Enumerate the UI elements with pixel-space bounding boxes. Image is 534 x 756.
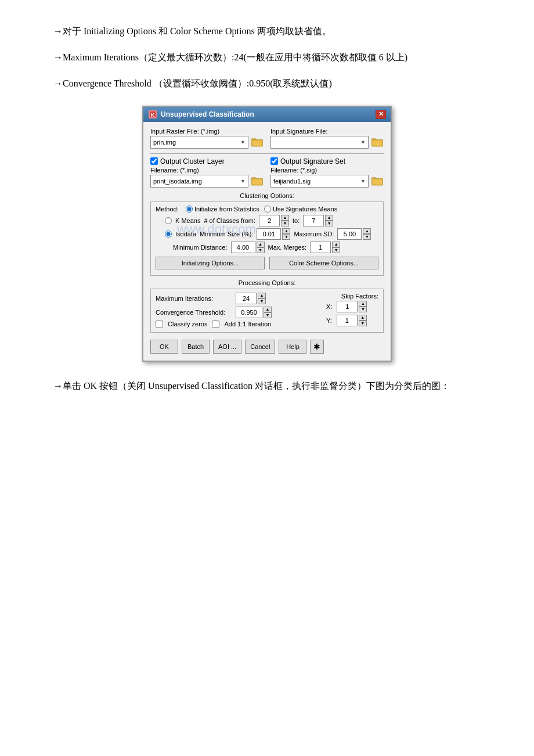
kmeans-from-spinner[interactable]: ▲ ▼: [259, 215, 289, 226]
output-sig-checkbox[interactable]: [270, 157, 278, 165]
input-signature-folder-icon[interactable]: [371, 136, 384, 149]
help-button[interactable]: Help: [279, 340, 306, 354]
kmeans-to-input[interactable]: [303, 215, 324, 226]
isodata-min-size-input[interactable]: [257, 228, 281, 240]
kmeans-to-spin-up[interactable]: ▲: [325, 215, 333, 221]
kmeans-from-spin-down[interactable]: ▼: [281, 221, 289, 226]
skip-x-spinner[interactable]: ▲ ▼: [337, 301, 367, 312]
max-iter-spinner-btns[interactable]: ▲ ▼: [258, 293, 266, 304]
output-cluster-field-row: print_isodata.img ▼: [150, 175, 264, 188]
skip-y-input[interactable]: [337, 315, 358, 326]
isodata-min-dist-spinner[interactable]: ▲ ▼: [231, 242, 265, 253]
skip-x-spinner-btns[interactable]: ▲ ▼: [359, 301, 367, 312]
output-cluster-value: print_isodata.img: [153, 178, 202, 185]
max-iter-spinner[interactable]: ▲ ▼: [236, 293, 266, 304]
conv-thresh-input[interactable]: [236, 307, 262, 318]
color-scheme-options-button[interactable]: Color Scheme Options...: [269, 257, 378, 269]
input-raster-dropdown[interactable]: prin.img ▼: [150, 136, 248, 149]
add-iteration-checkbox[interactable]: [212, 321, 219, 328]
output-cluster-checkbox[interactable]: [150, 157, 158, 165]
output-cluster-col: Output Cluster Layer Filename: (*.img) p…: [150, 157, 264, 188]
radio-use-sig-input[interactable]: [264, 206, 271, 213]
kmeans-from-spin-up[interactable]: ▲: [281, 215, 289, 221]
isodata-min-size-spin-down[interactable]: ▼: [282, 234, 290, 240]
isodata-min-dist-spin-up[interactable]: ▲: [257, 242, 265, 247]
isodata-max-sd-input[interactable]: [337, 228, 362, 240]
isodata-row: Isodata Minimum Size (%): ▲ ▼ Maximum SD…: [156, 228, 378, 240]
isodata-max-merges-spinner[interactable]: ▲ ▼: [310, 242, 340, 253]
max-iter-input[interactable]: [236, 293, 257, 304]
batch-button[interactable]: Batch: [182, 340, 210, 354]
page-content: →对于 Initializing Options 和 Color Scheme …: [35, 23, 499, 394]
skip-factors-col: Skip Factors: X: ▲ ▼: [320, 293, 378, 329]
isodata-max-sd-spin-up[interactable]: ▲: [363, 228, 371, 234]
isodata-max-sd-spinner-btns[interactable]: ▲ ▼: [363, 228, 371, 240]
radio-use-sig[interactable]: Use Signatures Means: [264, 206, 337, 213]
dialog-titlebar: K Unsupervised Classification ✕: [143, 107, 391, 122]
skip-y-spin-down[interactable]: ▼: [359, 321, 367, 326]
isodata-max-merges-spin-down[interactable]: ▼: [332, 247, 340, 253]
input-signature-arrow: ▼: [360, 139, 366, 145]
isodata-max-sd-spin-down[interactable]: ▼: [363, 234, 371, 240]
max-iter-spin-down[interactable]: ▼: [258, 298, 266, 304]
conv-thresh-spin-up[interactable]: ▲: [264, 307, 272, 312]
output-cluster-filename-label: Filename: (*.img): [150, 167, 264, 174]
conv-thresh-spinner[interactable]: ▲ ▼: [236, 307, 272, 318]
asterisk-button[interactable]: ✱: [310, 340, 324, 354]
output-cluster-arrow: ▼: [240, 178, 246, 184]
isodata-max-merges-input[interactable]: [310, 242, 331, 253]
aoi-button[interactable]: AOI ...: [213, 340, 241, 354]
kmeans-to-spin-down[interactable]: ▼: [325, 221, 333, 226]
input-signature-label: Input Signature File:: [270, 128, 384, 135]
kmeans-to-spinner-btns[interactable]: ▲ ▼: [325, 215, 333, 226]
skip-x-spin-down[interactable]: ▼: [359, 307, 367, 312]
conv-thresh-spinner-btns[interactable]: ▲ ▼: [264, 307, 272, 318]
output-cluster-dropdown[interactable]: print_isodata.img ▼: [150, 175, 248, 188]
isodata-max-merges-spin-up[interactable]: ▲: [332, 242, 340, 247]
kmeans-from-input[interactable]: [259, 215, 280, 226]
skip-x-label: X:: [326, 303, 332, 310]
kmeans-radio[interactable]: [165, 217, 172, 224]
isodata-max-sd-spinner[interactable]: ▲ ▼: [337, 228, 371, 240]
cancel-button[interactable]: Cancel: [245, 340, 275, 354]
input-raster-folder-icon[interactable]: [251, 136, 264, 149]
skip-y-spin-up[interactable]: ▲: [359, 315, 367, 321]
isodata-radio[interactable]: [165, 231, 172, 237]
skip-y-spinner-btns[interactable]: ▲ ▼: [359, 315, 367, 326]
initializing-options-button[interactable]: Initializing Options...: [156, 257, 265, 269]
add-iteration-label: Add 1:1 Iteration: [224, 321, 271, 327]
input-signature-dropdown[interactable]: ▼: [270, 136, 369, 149]
kmeans-from-spinner-btns[interactable]: ▲ ▼: [281, 215, 289, 226]
output-cluster-folder-icon[interactable]: [251, 175, 264, 188]
dialog-close-button[interactable]: ✕: [376, 110, 386, 119]
conv-thresh-row: Convergence Threshold: ▲ ▼: [156, 307, 320, 318]
clustering-options-section: Method: Initialize from Statistics Use S…: [150, 201, 384, 276]
isodata-min-size-spin-up[interactable]: ▲: [282, 228, 290, 234]
radio-init-stats-input[interactable]: [186, 206, 193, 213]
svg-text:K: K: [151, 112, 155, 118]
output-sig-folder-icon[interactable]: [371, 175, 384, 188]
dialog-app-icon: K: [148, 110, 157, 119]
radio-init-stats-label: Initialize from Statistics: [194, 206, 259, 213]
max-iter-spin-up[interactable]: ▲: [258, 293, 266, 298]
output-sig-dropdown[interactable]: feijiandu1.sig ▼: [270, 175, 369, 188]
isodata-max-merges-spinner-btns[interactable]: ▲ ▼: [332, 242, 340, 253]
skip-y-spinner[interactable]: ▲ ▼: [337, 315, 367, 326]
isodata-min-dist-spin-down[interactable]: ▼: [257, 247, 265, 253]
isodata-min-size-spinner[interactable]: ▲ ▼: [257, 228, 290, 240]
output-sig-col: Output Signature Set Filename: (*.sig) f…: [270, 157, 384, 188]
isodata-min-dist-spinner-btns[interactable]: ▲ ▼: [257, 242, 265, 253]
radio-init-stats[interactable]: Initialize from Statistics: [186, 206, 259, 213]
skip-x-spin-up[interactable]: ▲: [359, 301, 367, 307]
max-iter-label: Maximum Iterations:: [156, 295, 231, 302]
output-cluster-label: Output Cluster Layer: [160, 157, 225, 165]
classify-zeros-label: Classify zeros: [168, 321, 207, 327]
ok-button[interactable]: OK: [150, 340, 178, 354]
skip-x-input[interactable]: [337, 301, 358, 312]
conv-thresh-spin-down[interactable]: ▼: [264, 312, 272, 318]
isodata-min-size-spinner-btns[interactable]: ▲ ▼: [282, 228, 290, 240]
kmeans-to-spinner[interactable]: ▲ ▼: [303, 215, 333, 226]
input-raster-field-row: prin.img ▼: [150, 136, 264, 149]
classify-zeros-checkbox[interactable]: [156, 321, 163, 328]
isodata-min-dist-input[interactable]: [231, 242, 255, 253]
